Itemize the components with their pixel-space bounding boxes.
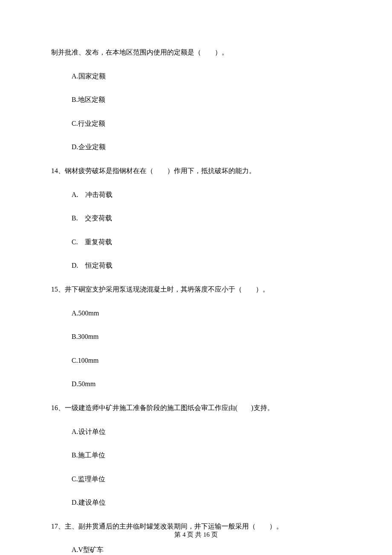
- q16-option-b: B.施工单位: [51, 450, 341, 461]
- q15-stem: 15、井下硐室支护采用泵送现浇混凝土时，其坍落度不应小于（ ）。: [51, 284, 341, 295]
- q15-option-c: C.100mm: [51, 355, 341, 366]
- q16-option-d: D.建设单位: [51, 497, 341, 508]
- q16-option-c: C.监理单位: [51, 474, 341, 485]
- q14-option-d: D. 恒定荷载: [51, 260, 341, 271]
- q15-option-b: B.300mm: [51, 331, 341, 342]
- page-footer: 第 4 页 共 16 页: [0, 531, 392, 539]
- q15-option-d: D.50mm: [51, 379, 341, 390]
- page-content: 制并批准、发布，在本地区范围内使用的定额是（ ）。 A.国家定额 B.地区定额 …: [0, 0, 392, 555]
- q13-option-a: A.国家定额: [51, 71, 341, 82]
- q14-option-c: C. 重复荷载: [51, 237, 341, 248]
- q16-option-a: A.设计单位: [51, 426, 341, 437]
- q13-option-d: D.企业定额: [51, 142, 341, 153]
- q17-stem: 17、主、副井贯通后的主井临时罐笼改装期间，井下运输一般采用（ ）。: [51, 521, 341, 532]
- q17-option-a: A.V型矿车: [51, 544, 341, 555]
- q14-option-b: B. 交变荷载: [51, 213, 341, 224]
- q15-option-a: A.500mm: [51, 308, 341, 319]
- q13-stem-fragment: 制并批准、发布，在本地区范围内使用的定额是（ ）。: [51, 47, 341, 58]
- q16-stem: 16、一级建造师中矿井施工准备阶段的施工图纸会审工作应由( )支持。: [51, 402, 341, 413]
- q13-option-c: C.行业定额: [51, 118, 341, 129]
- q14-option-a: A. 冲击荷载: [51, 189, 341, 200]
- q14-stem: 14、钢材疲劳破坏是指钢材在在（ ）作用下，抵抗破坏的能力。: [51, 165, 341, 176]
- q13-option-b: B.地区定额: [51, 94, 341, 105]
